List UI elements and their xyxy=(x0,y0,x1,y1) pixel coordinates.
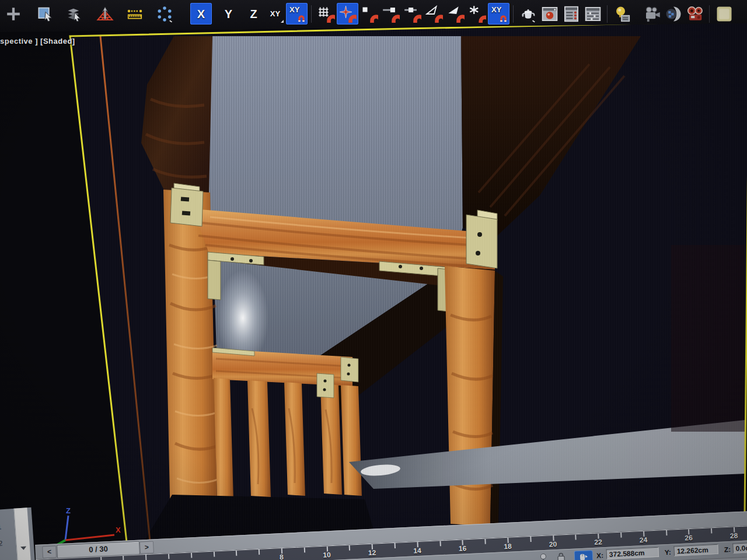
axis-label-z: Z xyxy=(66,506,71,515)
toolbar-separator xyxy=(311,5,312,23)
y-coordinate-field[interactable]: 12.262cm xyxy=(673,544,718,556)
next-frame-button[interactable]: > xyxy=(139,541,154,554)
select-and-move-button[interactable] xyxy=(2,3,24,24)
previous-frame-button[interactable]: < xyxy=(42,545,57,558)
scrollbar[interactable] xyxy=(13,508,30,560)
frame-number: 20 xyxy=(549,540,557,549)
magnet-icon xyxy=(297,14,306,23)
z-coordinate-label: Z: xyxy=(724,545,731,554)
selection-region-button[interactable] xyxy=(34,3,56,24)
ruler-tick xyxy=(349,545,350,551)
teapot-icon xyxy=(519,5,537,23)
preview-camera-button[interactable] xyxy=(684,3,706,24)
endpoint-magnet-icon xyxy=(382,5,400,23)
pivot-star-magnet-icon xyxy=(339,5,357,23)
yellow-ruler-icon xyxy=(126,5,144,23)
snap-to-grid-points-button[interactable] xyxy=(315,3,337,24)
ruler-tick xyxy=(711,528,712,533)
line-number: 1 xyxy=(0,519,2,535)
snap-use-axis-constraints-2-button[interactable]: XY xyxy=(488,3,509,24)
frame-number: 16 xyxy=(459,544,467,553)
ruler-tick xyxy=(395,543,396,548)
toolbar-separator xyxy=(513,5,514,23)
snap-to-endpoint-button[interactable] xyxy=(380,3,402,24)
ruler-tick xyxy=(485,539,486,544)
color-swatch-button[interactable] xyxy=(713,3,735,24)
z-coordinate-field[interactable]: 0.0cm xyxy=(732,542,747,554)
absolute-mode-transform-button[interactable] xyxy=(574,550,594,560)
restrict-to-xy-plane-button[interactable]: XY xyxy=(264,3,286,24)
frame-number: 22 xyxy=(594,538,602,547)
video-post-camera-button[interactable] xyxy=(641,3,662,24)
toolbar-separator xyxy=(709,5,710,23)
triangle-outline-magnet-icon xyxy=(425,5,443,23)
ruler-tick xyxy=(530,537,531,542)
red-truss-arrow-icon xyxy=(96,5,114,23)
snap-to-pivot-button[interactable] xyxy=(337,3,358,24)
x-coordinate-label: X: xyxy=(596,551,604,560)
spinner-snap-button[interactable] xyxy=(153,3,175,24)
light-lister-button[interactable] xyxy=(611,3,633,24)
layers-cursor-icon xyxy=(66,6,82,22)
rendered-frame-window-button[interactable] xyxy=(539,3,560,24)
perspective-viewport[interactable]: Z X xyxy=(0,0,747,560)
line-number: 2 xyxy=(0,535,3,551)
isolate-dot-icon[interactable] xyxy=(539,554,548,560)
ruler-tick xyxy=(304,547,305,552)
move-cross-icon xyxy=(6,6,21,22)
ruler-tick xyxy=(666,530,667,536)
ruler-tick xyxy=(168,554,169,559)
ruler-tick xyxy=(145,555,146,560)
add-time-tag[interactable]: Add Time Tag xyxy=(661,556,747,560)
measure-ruler-button[interactable] xyxy=(124,3,145,24)
ruler-tick xyxy=(439,541,441,546)
asterisk-magnet-icon xyxy=(469,5,486,23)
scanline-overlay xyxy=(70,21,747,547)
x-coordinate-field[interactable]: 372.588cm xyxy=(606,547,659,559)
y-coordinate-label: Y: xyxy=(664,548,671,557)
ruler-tick xyxy=(213,552,214,557)
swatch-icon xyxy=(715,5,733,23)
render-window-icon xyxy=(541,5,558,23)
background-window-edge: 1 2 xyxy=(0,508,35,560)
blue-dotted-circle-icon xyxy=(156,5,173,23)
movie-camera-icon xyxy=(643,5,661,23)
render-setup-button[interactable] xyxy=(560,3,582,24)
ram-player-button[interactable] xyxy=(662,3,684,24)
snap-to-vertex-button[interactable] xyxy=(358,3,380,24)
snap-to-face-button[interactable] xyxy=(423,3,445,24)
viewport-label[interactable]: spective ] [Shaded] xyxy=(0,37,75,46)
grid-magnet-icon xyxy=(317,5,335,23)
frame-number: 14 xyxy=(413,547,421,555)
magnet-icon xyxy=(499,14,508,23)
mouse-icon xyxy=(579,552,589,560)
restrict-to-y-button[interactable]: Y xyxy=(218,3,239,24)
snap-to-center-face-button[interactable] xyxy=(445,3,466,24)
scroll-down-icon[interactable] xyxy=(20,547,26,551)
selection-lock-icon[interactable] xyxy=(557,552,566,560)
restrict-to-x-button[interactable]: X xyxy=(190,3,212,24)
frame-number: 8 xyxy=(280,553,284,560)
frame-number: 24 xyxy=(640,536,648,545)
truss-snap-button[interactable] xyxy=(94,3,116,24)
render-setup-icon xyxy=(563,5,580,23)
frame-number: 18 xyxy=(504,542,512,551)
snap-to-midpoint-button[interactable] xyxy=(402,3,423,24)
snap-to-point-button[interactable] xyxy=(466,3,488,24)
restrict-to-z-button[interactable]: Z xyxy=(243,3,264,24)
frame-number: 28 xyxy=(730,531,738,540)
sliders-panel-icon xyxy=(584,5,602,23)
environment-effects-button[interactable] xyxy=(582,3,603,24)
snap-use-axis-constraints-button[interactable]: XY xyxy=(286,3,308,24)
render-teapot-button[interactable] xyxy=(517,3,539,24)
ruler-tick xyxy=(191,552,192,558)
ruler-tick xyxy=(575,534,577,540)
application-window: Z X spective ] [Shaded] xyxy=(0,0,747,560)
square-magnet-icon xyxy=(361,5,378,23)
ruler-tick xyxy=(620,533,622,538)
frame-number: 26 xyxy=(685,534,693,542)
frame-number: 10 xyxy=(323,551,331,559)
midpoint-magnet-icon xyxy=(404,5,421,23)
select-by-layer-button[interactable] xyxy=(63,3,85,24)
toolbar-separator xyxy=(607,5,608,23)
